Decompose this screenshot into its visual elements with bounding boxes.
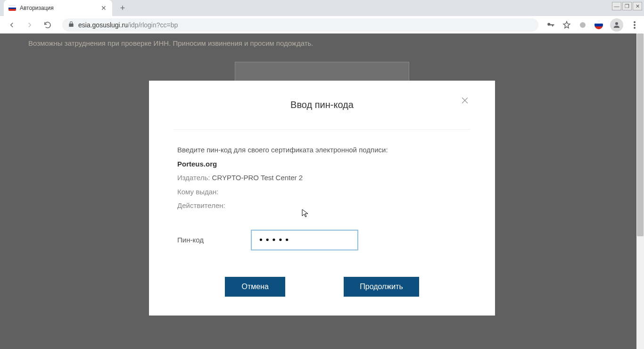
window-minimize-icon[interactable]: — — [612, 2, 621, 10]
pin-input[interactable] — [251, 230, 358, 250]
reload-button[interactable] — [41, 18, 55, 32]
tab-title: Авторизация — [20, 5, 96, 11]
modal-actions: Отмена Продолжить — [177, 277, 467, 297]
certificate-name: Porteus.org — [177, 158, 467, 170]
pin-label: Пин-код — [177, 234, 204, 246]
key-icon[interactable] — [546, 20, 555, 30]
svg-point-0 — [580, 22, 586, 28]
extension-icon[interactable] — [578, 20, 587, 30]
flag-ru-extension-icon[interactable] — [594, 20, 603, 30]
kebab-menu-icon — [634, 21, 636, 29]
new-tab-button[interactable]: + — [116, 1, 129, 15]
valid-label: Действителен: — [177, 201, 225, 209]
valid-row: Действителен: — [177, 199, 467, 212]
arrow-right-icon — [25, 21, 34, 29]
issued-to-row: Кому выдан: — [177, 186, 467, 198]
flag-ru-icon — [8, 5, 16, 11]
browser-tab[interactable]: Авторизация ✕ — [4, 0, 112, 16]
issuer-value: CRYPTO-PRO Test Center 2 — [212, 174, 303, 182]
url-text: esia.gosuslugi.ru/idp/rlogin?cc=bp — [78, 21, 178, 29]
close-icon — [460, 96, 470, 105]
tab-close-icon[interactable]: ✕ — [100, 4, 107, 12]
pin-entry-modal: Ввод пин-кода Введите пин-код для своего… — [149, 81, 495, 316]
url-host: esia.gosuslugi.ru — [78, 21, 128, 29]
modal-body: Введите пин-код для своего сертификата э… — [177, 144, 467, 250]
warning-banner: Возможны затруднения при проверке ИНН. П… — [9, 33, 635, 52]
lock-icon — [68, 21, 74, 29]
scrollbar-thumb[interactable] — [637, 33, 644, 236]
tab-favicon — [8, 4, 16, 12]
window-controls: — ❐ ✕ — [612, 2, 642, 10]
forward-button[interactable] — [23, 18, 37, 32]
tab-strip: Авторизация ✕ + — ❐ ✕ — [0, 0, 644, 16]
instruction-text: Введите пин-код для своего сертификата э… — [177, 144, 467, 156]
issuer-label: Издатель: — [177, 174, 210, 182]
modal-close-button[interactable] — [460, 96, 471, 107]
modal-title: Ввод пин-кода — [177, 100, 467, 110]
pin-row: Пин-код — [177, 230, 467, 250]
browser-chrome: Авторизация ✕ + — ❐ ✕ esia.gosuslugi.ru/… — [0, 0, 644, 33]
menu-button[interactable] — [630, 20, 639, 30]
window-maximize-icon[interactable]: ❐ — [622, 2, 632, 10]
address-bar[interactable]: esia.gosuslugi.ru/idp/rlogin?cc=bp — [62, 18, 538, 32]
continue-button[interactable]: Продолжить — [344, 277, 419, 297]
page-content: Возможны затруднения при проверке ИНН. П… — [0, 33, 644, 349]
url-path: /idp/rlogin?cc=bp — [128, 21, 178, 29]
reload-icon — [43, 21, 52, 29]
cancel-button[interactable]: Отмена — [225, 277, 285, 297]
browser-toolbar: esia.gosuslugi.ru/idp/rlogin?cc=bp — [0, 16, 644, 33]
profile-avatar-icon[interactable] — [610, 18, 623, 32]
star-icon[interactable] — [562, 20, 571, 30]
issuer-row: Издатель: CRYPTO-PRO Test Center 2 — [177, 172, 467, 184]
divider — [173, 129, 471, 130]
scrollbar[interactable] — [636, 33, 644, 349]
window-close-icon[interactable]: ✕ — [633, 2, 642, 10]
arrow-left-icon — [8, 21, 16, 29]
toolbar-right — [546, 18, 639, 32]
back-button[interactable] — [5, 18, 19, 32]
issued-to-label: Кому выдан: — [177, 188, 219, 196]
